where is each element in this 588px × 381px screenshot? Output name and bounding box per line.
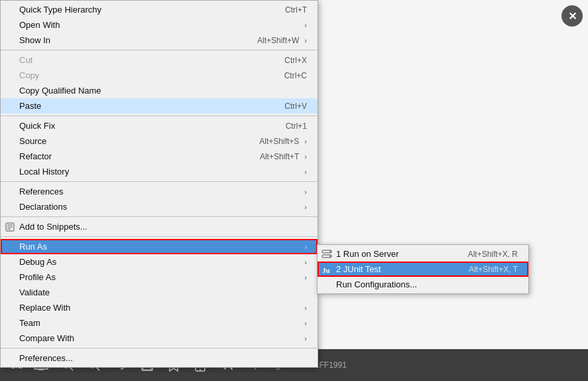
menu-label: Profile As bbox=[19, 272, 299, 282]
menu-label: Source bbox=[19, 136, 233, 146]
menu-label: Validate bbox=[19, 287, 307, 297]
svg-text:Ju: Ju bbox=[322, 266, 330, 274]
menu-item-debug-as[interactable]: Debug As › bbox=[1, 254, 318, 269]
menu-label: Cut bbox=[19, 55, 258, 65]
menu-label: Refactor bbox=[19, 151, 233, 161]
menu-label: References bbox=[19, 187, 299, 196]
menu-shortcut: Alt+Shift+X, T bbox=[469, 265, 518, 274]
menu-label: Local History bbox=[19, 167, 299, 177]
menu-label: Compare With bbox=[19, 333, 299, 343]
menu-shortcut: Alt+Shift+W bbox=[257, 36, 299, 45]
menu-item-run-as[interactable]: Run As › bbox=[1, 239, 318, 254]
server-icon bbox=[320, 249, 333, 260]
menu-item-references[interactable]: References › bbox=[1, 184, 318, 199]
menu-shortcut: Ctrl+C bbox=[284, 71, 307, 80]
menu-divider bbox=[1, 181, 318, 182]
menu-item-validate[interactable]: Validate bbox=[1, 285, 318, 300]
submenu-arrow-icon: › bbox=[304, 319, 307, 327]
svg-point-23 bbox=[200, 369, 201, 370]
run-as-submenu: 1 Run on Server Alt+Shift+X, R Ju 2 JUni… bbox=[317, 244, 529, 294]
submenu-item-run-configurations[interactable]: Run Configurations... bbox=[318, 277, 528, 292]
close-icon: ✕ bbox=[568, 10, 577, 23]
menu-item-preferences[interactable]: Preferences... bbox=[1, 350, 318, 366]
menu-label: Debug As bbox=[19, 257, 299, 267]
menu-label: Quick Fix bbox=[19, 121, 259, 131]
submenu-arrow-icon: › bbox=[304, 335, 307, 343]
menu-label: 2 JUnit Test bbox=[336, 264, 442, 274]
menu-label: Copy Qualified Name bbox=[19, 86, 307, 96]
menu-label: Run Configurations... bbox=[336, 279, 518, 289]
menu-item-copy-qualified-name[interactable]: Copy Qualified Name bbox=[1, 83, 318, 98]
menu-divider bbox=[1, 236, 318, 237]
menu-label: Declarations bbox=[19, 202, 299, 212]
submenu-arrow-icon: › bbox=[304, 137, 307, 145]
menu-shortcut: Alt+Shift+S bbox=[259, 137, 299, 146]
menu-item-open-with[interactable]: Open With › bbox=[1, 17, 318, 33]
menu-divider bbox=[1, 348, 318, 348]
close-button[interactable]: ✕ bbox=[561, 5, 583, 27]
menu-item-replace-with[interactable]: Replace With › bbox=[1, 300, 318, 315]
menu-label: Copy bbox=[19, 70, 258, 80]
submenu-item-junit-test[interactable]: Ju 2 JUnit Test Alt+Shift+X, T bbox=[318, 262, 528, 277]
menu-shortcut: Ctrl+V bbox=[284, 102, 307, 111]
submenu-arrow-icon: › bbox=[304, 168, 307, 176]
menu-label: Paste bbox=[19, 101, 258, 111]
menu-label: Quick Type Hierarchy bbox=[19, 5, 259, 15]
menu-label: Add to Snippets... bbox=[19, 222, 307, 232]
menu-item-source[interactable]: Source Alt+Shift+S › bbox=[1, 133, 318, 149]
menu-item-compare-with[interactable]: Compare With › bbox=[1, 331, 318, 346]
menu-label: 1 Run on Server bbox=[336, 249, 441, 259]
menu-item-copy: Copy Ctrl+C bbox=[1, 68, 318, 83]
menu-label: Team bbox=[19, 318, 299, 328]
menu-item-team[interactable]: Team › bbox=[1, 315, 318, 331]
menu-shortcut: Alt+Shift+T bbox=[260, 152, 299, 161]
menu-shortcut: Alt+Shift+X, R bbox=[468, 250, 518, 259]
submenu-arrow-icon: › bbox=[304, 258, 307, 266]
submenu-arrow-icon: › bbox=[304, 188, 307, 196]
menu-shortcut: Ctrl+T bbox=[285, 5, 307, 15]
menu-divider bbox=[1, 115, 318, 116]
menu-label: Show In bbox=[19, 35, 231, 45]
menu-shortcut: Ctrl+1 bbox=[286, 121, 307, 131]
menu-item-quick-type-hierarchy[interactable]: Quick Type Hierarchy Ctrl+T bbox=[1, 2, 318, 17]
submenu-arrow-icon: › bbox=[304, 304, 307, 312]
menu-item-profile-as[interactable]: Profile As › bbox=[1, 269, 318, 285]
menu-item-show-in[interactable]: Show In Alt+Shift+W › bbox=[1, 33, 318, 48]
menu-label: Replace With bbox=[19, 303, 299, 313]
menu-item-refactor[interactable]: Refactor Alt+Shift+T › bbox=[1, 149, 318, 164]
menu-item-cut: Cut Ctrl+X bbox=[1, 52, 318, 68]
submenu-arrow-icon: › bbox=[304, 243, 307, 251]
submenu-arrow-icon: › bbox=[304, 273, 307, 281]
submenu-arrow-icon: › bbox=[304, 153, 307, 161]
snippet-icon bbox=[3, 222, 17, 232]
submenu-arrow-icon: › bbox=[304, 21, 307, 29]
menu-label: Open With bbox=[19, 20, 299, 30]
menu-label: Run As bbox=[19, 242, 299, 252]
menu-item-paste[interactable]: Paste Ctrl+V bbox=[1, 98, 318, 114]
submenu-arrow-icon: › bbox=[304, 203, 307, 211]
menu-label: Preferences... bbox=[19, 353, 307, 363]
junit-icon: Ju bbox=[320, 264, 333, 275]
menu-item-local-history[interactable]: Local History › bbox=[1, 164, 318, 179]
menu-item-add-to-snippets[interactable]: Add to Snippets... bbox=[1, 219, 318, 234]
menu-item-quick-fix[interactable]: Quick Fix Ctrl+1 bbox=[1, 118, 318, 133]
submenu-arrow-icon: › bbox=[304, 37, 307, 44]
svg-point-7 bbox=[329, 256, 331, 257]
menu-divider bbox=[1, 216, 318, 217]
svg-point-6 bbox=[329, 251, 331, 252]
context-menu: Quick Type Hierarchy Ctrl+T Open With › … bbox=[0, 0, 318, 368]
menu-divider bbox=[1, 50, 318, 50]
menu-item-declarations[interactable]: Declarations › bbox=[1, 199, 318, 214]
menu-shortcut: Ctrl+X bbox=[284, 56, 307, 65]
submenu-item-run-on-server[interactable]: 1 Run on Server Alt+Shift+X, R bbox=[318, 246, 528, 262]
